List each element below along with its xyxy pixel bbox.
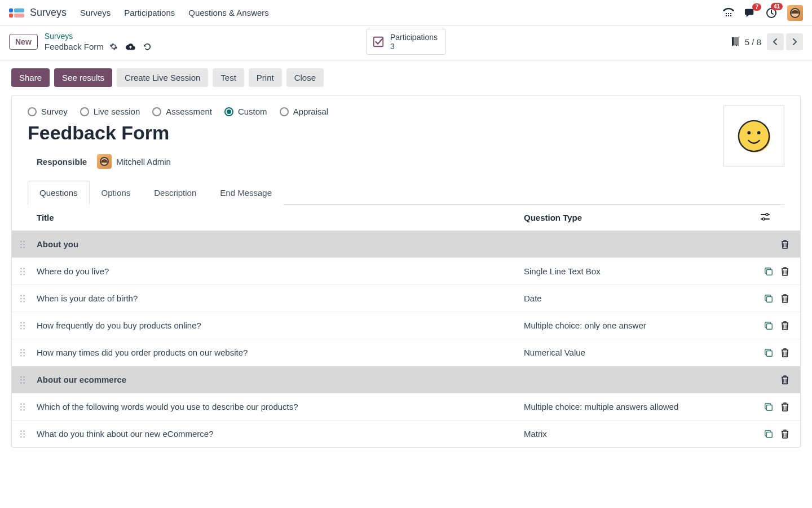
test-button[interactable]: Test [213, 68, 244, 87]
survey-image[interactable] [723, 106, 784, 167]
row-type: Multiple choice: multiple answers allowe… [524, 402, 761, 411]
col-title[interactable]: Title [37, 213, 524, 222]
nav-item-qa[interactable]: Questions & Answers [188, 8, 269, 17]
survey-type-option[interactable]: Survey [28, 107, 68, 116]
dialer-icon[interactable] [723, 8, 734, 18]
trash-icon[interactable] [781, 267, 789, 276]
survey-type-radios: SurveyLive sessionAssessmentCustomApprai… [28, 107, 784, 116]
stat-participations[interactable]: Participations 3 [366, 29, 446, 55]
survey-type-option[interactable]: Appraisal [280, 107, 329, 116]
section-row[interactable]: About you [12, 230, 800, 257]
share-button[interactable]: Share [11, 68, 50, 87]
activities-icon[interactable]: 41 [766, 7, 777, 19]
copy-icon[interactable] [764, 267, 773, 276]
undo-icon[interactable] [143, 42, 152, 51]
svg-point-35 [23, 301, 24, 302]
trash-icon[interactable] [781, 348, 789, 357]
svg-point-19 [23, 244, 24, 245]
control-bar: New Surveys Feedback Form Participations… [0, 26, 812, 60]
tab-options[interactable]: Options [90, 181, 143, 205]
drag-handle-icon[interactable] [12, 322, 37, 330]
survey-type-option[interactable]: Assessment [152, 107, 212, 116]
survey-title[interactable]: Feedback Form [28, 122, 784, 144]
survey-type-option[interactable]: Live session [80, 107, 140, 116]
svg-point-54 [20, 376, 21, 377]
adjust-columns-icon[interactable] [761, 213, 789, 221]
question-row[interactable]: What do you think about our new eCommerc… [12, 420, 800, 447]
messages-icon[interactable]: 7 [744, 8, 756, 18]
svg-point-40 [20, 325, 21, 326]
drag-handle-icon[interactable] [12, 268, 37, 275]
pager-text[interactable]: 5 / 8 [745, 37, 761, 47]
smiley-icon [736, 119, 771, 154]
drag-handle-icon[interactable] [12, 376, 37, 384]
tab-questions[interactable]: Questions [28, 181, 90, 205]
svg-point-34 [20, 301, 21, 302]
copy-icon[interactable] [764, 348, 773, 357]
stat-label: Participations [390, 33, 438, 42]
svg-point-30 [20, 295, 21, 296]
survey-type-option[interactable]: Custom [224, 107, 267, 116]
breadcrumb-parent[interactable]: Surveys [45, 32, 152, 42]
drag-handle-icon[interactable] [12, 349, 37, 357]
responsible-user: Mitchell Admin [116, 157, 171, 167]
user-avatar[interactable] [787, 5, 803, 21]
drag-handle-icon[interactable] [12, 240, 37, 248]
tab-end-message[interactable]: End Message [208, 181, 284, 205]
row-title: Where do you live? [37, 260, 524, 283]
svg-point-49 [23, 352, 24, 353]
create-live-session-button[interactable]: Create Live Session [117, 68, 208, 87]
new-button[interactable]: New [9, 34, 38, 50]
drag-handle-icon[interactable] [12, 403, 37, 411]
see-results-button[interactable]: See results [54, 68, 112, 87]
question-row[interactable]: Where do you live? Single Line Text Box [12, 257, 800, 284]
drag-handle-icon[interactable] [12, 430, 37, 438]
copy-icon[interactable] [764, 402, 773, 411]
user-avatar-icon [97, 154, 112, 169]
section-row[interactable]: About our ecommerce [12, 366, 800, 393]
systray: 7 41 [723, 5, 803, 21]
col-type[interactable]: Question Type [524, 213, 761, 222]
svg-point-51 [23, 355, 24, 356]
tab-description[interactable]: Description [142, 181, 208, 205]
svg-point-46 [20, 349, 21, 350]
question-row[interactable]: When is your date of birth? Date [12, 284, 800, 312]
svg-point-13 [757, 132, 761, 135]
pager-prev-button[interactable] [767, 33, 784, 50]
copy-icon[interactable] [764, 430, 773, 439]
row-title: About our ecommerce [37, 368, 524, 391]
tabs: QuestionsOptionsDescriptionEnd Message [28, 180, 784, 205]
svg-point-60 [20, 403, 21, 404]
trash-icon[interactable] [781, 240, 789, 249]
pager-next-button[interactable] [786, 33, 803, 50]
svg-point-41 [23, 325, 24, 326]
copy-icon[interactable] [764, 321, 773, 330]
question-row[interactable]: Which of the following words would you u… [12, 393, 800, 420]
svg-point-58 [20, 382, 21, 383]
responsible-value[interactable]: Mitchell Admin [97, 154, 171, 169]
drag-handle-icon[interactable] [12, 295, 37, 303]
row-title: When is your date of birth? [37, 287, 524, 310]
app-name[interactable]: Surveys [30, 7, 67, 19]
question-row[interactable]: How frequently do you buy products onlin… [12, 312, 800, 339]
close-button[interactable]: Close [286, 68, 324, 87]
nav-item-surveys[interactable]: Surveys [80, 8, 111, 17]
svg-rect-67 [766, 405, 772, 410]
bookmark-icon[interactable] [731, 37, 739, 47]
question-row[interactable]: How many times did you order products on… [12, 339, 800, 366]
row-type: Matrix [524, 429, 761, 439]
trash-icon[interactable] [781, 321, 789, 330]
trash-icon[interactable] [781, 294, 789, 303]
nav-item-participations[interactable]: Participations [124, 8, 175, 17]
gear-icon[interactable] [109, 42, 118, 51]
app-logo[interactable] [9, 8, 24, 17]
print-button[interactable]: Print [249, 68, 282, 87]
copy-icon[interactable] [764, 294, 773, 303]
svg-point-42 [20, 328, 21, 329]
svg-point-33 [23, 298, 24, 299]
row-type: Numerical Value [524, 348, 761, 357]
trash-icon[interactable] [781, 402, 789, 411]
cloud-upload-icon[interactable] [126, 42, 135, 51]
trash-icon[interactable] [781, 430, 789, 439]
trash-icon[interactable] [781, 375, 789, 384]
